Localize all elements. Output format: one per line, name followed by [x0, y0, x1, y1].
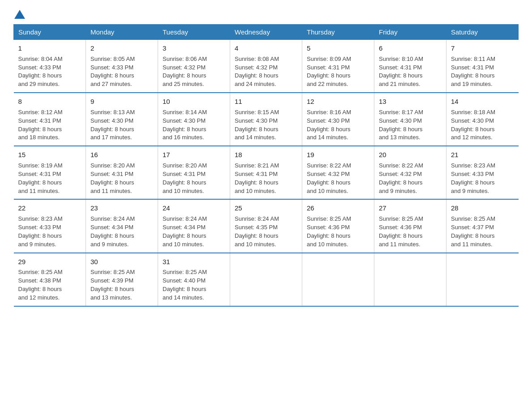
day-info: Sunrise: 8:05 AMSunset: 4:33 PMDaylight:… — [90, 56, 135, 88]
logo-text — [13, 9, 26, 18]
calendar-cell: 19Sunrise: 8:22 AMSunset: 4:32 PMDayligh… — [302, 146, 374, 199]
calendar-cell: 21Sunrise: 8:23 AMSunset: 4:33 PMDayligh… — [446, 146, 519, 199]
week-row-2: 8Sunrise: 8:12 AMSunset: 4:31 PMDaylight… — [14, 93, 519, 146]
calendar-cell: 10Sunrise: 8:14 AMSunset: 4:30 PMDayligh… — [158, 93, 230, 146]
day-info: Sunrise: 8:25 AMSunset: 4:36 PMDaylight:… — [379, 215, 423, 248]
calendar-cell: 26Sunrise: 8:25 AMSunset: 4:36 PMDayligh… — [302, 199, 374, 253]
calendar-cell: 29Sunrise: 8:25 AMSunset: 4:38 PMDayligh… — [14, 253, 86, 306]
calendar-cell: 15Sunrise: 8:19 AMSunset: 4:31 PMDayligh… — [14, 146, 86, 199]
calendar-cell: 22Sunrise: 8:23 AMSunset: 4:33 PMDayligh… — [14, 199, 86, 253]
week-row-4: 22Sunrise: 8:23 AMSunset: 4:33 PMDayligh… — [14, 199, 519, 253]
calendar-cell: 11Sunrise: 8:15 AMSunset: 4:30 PMDayligh… — [230, 93, 302, 146]
day-number: 3 — [163, 43, 225, 53]
calendar-cell: 23Sunrise: 8:24 AMSunset: 4:34 PMDayligh… — [86, 199, 158, 253]
day-number: 11 — [235, 97, 297, 107]
calendar-cell: 6Sunrise: 8:10 AMSunset: 4:31 PMDaylight… — [374, 40, 446, 93]
header-thursday: Thursday — [302, 25, 374, 40]
header-row: SundayMondayTuesdayWednesdayThursdayFrid… — [14, 25, 519, 40]
calendar-cell: 17Sunrise: 8:20 AMSunset: 4:31 PMDayligh… — [158, 146, 230, 199]
day-number: 2 — [90, 43, 153, 53]
header-sunday: Sunday — [14, 25, 86, 40]
day-number: 25 — [235, 203, 297, 213]
calendar-cell: 4Sunrise: 8:08 AMSunset: 4:32 PMDaylight… — [230, 40, 302, 93]
day-info: Sunrise: 8:20 AMSunset: 4:31 PMDaylight:… — [90, 162, 135, 194]
calendar-cell: 31Sunrise: 8:25 AMSunset: 4:40 PMDayligh… — [158, 253, 230, 306]
day-number: 14 — [451, 97, 514, 107]
day-number: 6 — [379, 43, 442, 53]
day-number: 17 — [163, 150, 225, 160]
calendar-header: SundayMondayTuesdayWednesdayThursdayFrid… — [14, 25, 519, 40]
calendar-cell: 8Sunrise: 8:12 AMSunset: 4:31 PMDaylight… — [14, 93, 86, 146]
calendar-cell: 18Sunrise: 8:21 AMSunset: 4:31 PMDayligh… — [230, 146, 302, 199]
day-number: 10 — [163, 97, 225, 107]
calendar-cell: 20Sunrise: 8:22 AMSunset: 4:32 PMDayligh… — [374, 146, 446, 199]
logo-triangle-icon — [14, 10, 25, 19]
day-number: 8 — [18, 97, 82, 107]
day-info: Sunrise: 8:17 AMSunset: 4:30 PMDaylight:… — [379, 109, 423, 141]
week-row-1: 1Sunrise: 8:04 AMSunset: 4:33 PMDaylight… — [14, 40, 519, 93]
header-tuesday: Tuesday — [158, 25, 230, 40]
day-info: Sunrise: 8:25 AMSunset: 4:40 PMDaylight:… — [163, 269, 207, 301]
calendar-cell: 13Sunrise: 8:17 AMSunset: 4:30 PMDayligh… — [374, 93, 446, 146]
day-info: Sunrise: 8:23 AMSunset: 4:33 PMDaylight:… — [451, 162, 495, 194]
day-number: 22 — [18, 203, 82, 213]
day-info: Sunrise: 8:09 AMSunset: 4:31 PMDaylight:… — [307, 56, 351, 88]
logo — [13, 9, 26, 16]
day-number: 28 — [451, 203, 514, 213]
calendar-body: 1Sunrise: 8:04 AMSunset: 4:33 PMDaylight… — [14, 40, 519, 306]
day-info: Sunrise: 8:13 AMSunset: 4:30 PMDaylight:… — [90, 109, 135, 141]
day-info: Sunrise: 8:25 AMSunset: 4:37 PMDaylight:… — [451, 215, 495, 248]
day-info: Sunrise: 8:12 AMSunset: 4:31 PMDaylight:… — [18, 109, 63, 141]
day-info: Sunrise: 8:16 AMSunset: 4:30 PMDaylight:… — [307, 109, 351, 141]
calendar-cell: 30Sunrise: 8:25 AMSunset: 4:39 PMDayligh… — [86, 253, 158, 306]
calendar-cell — [302, 253, 374, 306]
calendar-cell: 2Sunrise: 8:05 AMSunset: 4:33 PMDaylight… — [86, 40, 158, 93]
day-info: Sunrise: 8:24 AMSunset: 4:34 PMDaylight:… — [90, 215, 135, 248]
day-number: 13 — [379, 97, 442, 107]
day-info: Sunrise: 8:23 AMSunset: 4:33 PMDaylight:… — [18, 215, 63, 248]
day-number: 20 — [379, 150, 442, 160]
day-number: 31 — [163, 257, 225, 267]
day-info: Sunrise: 8:04 AMSunset: 4:33 PMDaylight:… — [18, 56, 63, 88]
day-info: Sunrise: 8:22 AMSunset: 4:32 PMDaylight:… — [307, 162, 351, 194]
day-number: 16 — [90, 150, 153, 160]
day-number: 23 — [90, 203, 153, 213]
day-number: 4 — [235, 43, 297, 53]
day-info: Sunrise: 8:25 AMSunset: 4:36 PMDaylight:… — [307, 215, 351, 248]
calendar-cell: 7Sunrise: 8:11 AMSunset: 4:31 PMDaylight… — [446, 40, 519, 93]
day-number: 24 — [163, 203, 225, 213]
calendar-cell: 16Sunrise: 8:20 AMSunset: 4:31 PMDayligh… — [86, 146, 158, 199]
week-row-3: 15Sunrise: 8:19 AMSunset: 4:31 PMDayligh… — [14, 146, 519, 199]
day-number: 12 — [307, 97, 369, 107]
page-header — [13, 9, 519, 16]
day-number: 15 — [18, 150, 82, 160]
calendar-cell: 27Sunrise: 8:25 AMSunset: 4:36 PMDayligh… — [374, 199, 446, 253]
day-info: Sunrise: 8:15 AMSunset: 4:30 PMDaylight:… — [235, 109, 279, 141]
day-number: 1 — [18, 43, 82, 53]
day-info: Sunrise: 8:22 AMSunset: 4:32 PMDaylight:… — [379, 162, 423, 194]
day-number: 27 — [379, 203, 442, 213]
day-info: Sunrise: 8:20 AMSunset: 4:31 PMDaylight:… — [163, 162, 207, 194]
calendar-cell: 5Sunrise: 8:09 AMSunset: 4:31 PMDaylight… — [302, 40, 374, 93]
calendar-cell: 14Sunrise: 8:18 AMSunset: 4:30 PMDayligh… — [446, 93, 519, 146]
day-number: 26 — [307, 203, 369, 213]
calendar-cell — [230, 253, 302, 306]
day-info: Sunrise: 8:18 AMSunset: 4:30 PMDaylight:… — [451, 109, 495, 141]
calendar-table: SundayMondayTuesdayWednesdayThursdayFrid… — [13, 24, 519, 307]
day-number: 9 — [90, 97, 153, 107]
header-friday: Friday — [374, 25, 446, 40]
calendar-cell: 12Sunrise: 8:16 AMSunset: 4:30 PMDayligh… — [302, 93, 374, 146]
day-info: Sunrise: 8:24 AMSunset: 4:34 PMDaylight:… — [163, 215, 207, 248]
calendar-cell: 24Sunrise: 8:24 AMSunset: 4:34 PMDayligh… — [158, 199, 230, 253]
calendar-cell: 3Sunrise: 8:06 AMSunset: 4:32 PMDaylight… — [158, 40, 230, 93]
day-info: Sunrise: 8:11 AMSunset: 4:31 PMDaylight:… — [451, 56, 495, 88]
day-number: 18 — [235, 150, 297, 160]
day-number: 7 — [451, 43, 514, 53]
day-info: Sunrise: 8:21 AMSunset: 4:31 PMDaylight:… — [235, 162, 279, 194]
calendar-cell — [374, 253, 446, 306]
day-number: 30 — [90, 257, 153, 267]
calendar-cell: 25Sunrise: 8:24 AMSunset: 4:35 PMDayligh… — [230, 199, 302, 253]
day-number: 29 — [18, 257, 82, 267]
calendar-cell: 28Sunrise: 8:25 AMSunset: 4:37 PMDayligh… — [446, 199, 519, 253]
calendar-cell: 9Sunrise: 8:13 AMSunset: 4:30 PMDaylight… — [86, 93, 158, 146]
